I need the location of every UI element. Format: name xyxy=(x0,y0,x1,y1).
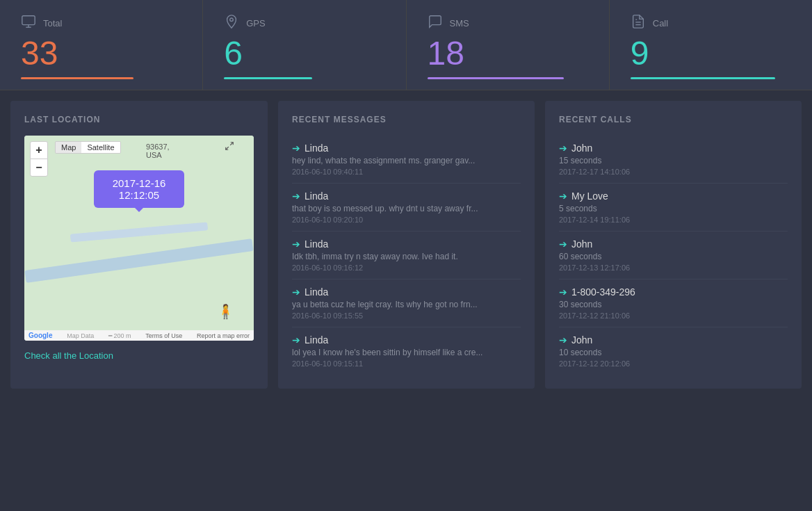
msg-timestamp: 2016-06-10 09:15:11 xyxy=(292,359,521,368)
stat-sms: SMS 18 xyxy=(407,0,610,90)
call-item[interactable]: ➔ 1-800-349-296 30 seconds 2017-12-12 21… xyxy=(559,279,788,327)
msg-sender: ➔ Linda xyxy=(292,334,521,346)
message-item[interactable]: ➔ Linda lol yea I know he's been sittin … xyxy=(292,327,521,375)
zoom-in-button[interactable]: + xyxy=(30,141,48,159)
message-item[interactable]: ➔ Linda that boy is so messed up. why dn… xyxy=(292,184,521,232)
call-direction-arrow: ➔ xyxy=(559,238,567,250)
call-name: ➔ John xyxy=(559,238,788,250)
call-contact-name: John xyxy=(571,334,592,346)
msg-timestamp: 2016-06-10 09:16:12 xyxy=(292,263,521,272)
map-report[interactable]: Report a map error xyxy=(197,332,250,339)
gps-bar xyxy=(224,77,312,79)
msg-text: hey lind, whats the assignment ms. grang… xyxy=(292,156,487,165)
zoom-out-button[interactable]: − xyxy=(30,159,48,177)
call-name: ➔ John xyxy=(559,143,788,154)
gps-icon xyxy=(224,14,239,33)
msg-sender: ➔ Linda xyxy=(292,238,521,250)
svg-line-7 xyxy=(226,147,229,149)
msg-direction-arrow: ➔ xyxy=(292,190,300,202)
call-contact-name: John xyxy=(571,238,592,250)
map-expand-icon[interactable] xyxy=(225,141,234,153)
msg-sender-name: Linda xyxy=(304,238,328,250)
message-item[interactable]: ➔ Linda hey lind, whats the assignment m… xyxy=(292,136,521,184)
call-timestamp: 2017-12-14 19:11:06 xyxy=(559,216,788,224)
call-name: ➔ John xyxy=(559,334,788,346)
map-footer: Google Map Data ━ 200 m Terms of Use Rep… xyxy=(24,330,254,341)
stat-call: Call 9 xyxy=(610,0,812,90)
stat-total: Total 33 xyxy=(0,0,203,90)
call-name: ➔ 1-800-349-296 xyxy=(559,286,788,298)
svg-point-3 xyxy=(230,18,234,22)
call-name: ➔ My Love xyxy=(559,190,788,202)
msg-direction-arrow: ➔ xyxy=(292,238,300,250)
msg-sender: ➔ Linda xyxy=(292,286,521,298)
map-scale: ━ 200 m xyxy=(108,332,131,339)
msg-timestamp: 2016-06-10 09:20:10 xyxy=(292,216,521,224)
map-time: 12:12:05 xyxy=(106,189,172,201)
call-value: 9 xyxy=(631,37,791,70)
msg-timestamp: 2016-06-10 09:15:55 xyxy=(292,311,521,320)
stats-bar: Total 33 GPS 6 SMS 18 Call xyxy=(0,0,812,90)
msg-text: that boy is so messed up. why dnt u stay… xyxy=(292,204,487,213)
gps-label: GPS xyxy=(246,18,265,29)
call-item[interactable]: ➔ John 10 seconds 2017-12-12 20:12:06 xyxy=(559,327,788,375)
call-duration: 15 seconds xyxy=(559,156,788,165)
map-type-map-button[interactable]: Map xyxy=(56,142,81,153)
call-timestamp: 2017-12-12 20:12:06 xyxy=(559,359,788,368)
call-direction-arrow: ➔ xyxy=(559,143,567,154)
msg-sender-name: Linda xyxy=(304,334,328,346)
call-timestamp: 2017-12-13 12:17:06 xyxy=(559,263,788,272)
map-popup: 2017-12-16 12:12:05 xyxy=(94,170,184,208)
call-contact-name: My Love xyxy=(571,190,608,202)
sms-value: 18 xyxy=(428,37,588,70)
call-item[interactable]: ➔ My Love 5 seconds 2017-12-14 19:11:06 xyxy=(559,184,788,232)
call-item[interactable]: ➔ John 15 seconds 2017-12-17 14:10:06 xyxy=(559,136,788,184)
msg-direction-arrow: ➔ xyxy=(292,334,300,346)
msg-text: lol yea I know he's been sittin by himse… xyxy=(292,348,487,357)
map-road-2 xyxy=(70,222,208,242)
msg-sender: ➔ Linda xyxy=(292,143,521,154)
recent-messages-title: RECENT MESSAGES xyxy=(292,115,521,124)
call-direction-arrow: ➔ xyxy=(559,334,567,346)
map-data-label: Map Data xyxy=(67,332,94,339)
map-road-1 xyxy=(24,238,253,283)
svg-line-6 xyxy=(230,143,233,145)
call-doc-icon xyxy=(631,14,646,33)
map-type-satellite-button[interactable]: Satellite xyxy=(81,142,120,153)
svg-rect-0 xyxy=(22,16,35,25)
msg-text: ya u betta cuz he legit cray. Its why he… xyxy=(292,300,487,309)
msg-sender: ➔ Linda xyxy=(292,190,521,202)
map-type-toggle[interactable]: Map Satellite xyxy=(55,141,121,154)
calls-list: ➔ John 15 seconds 2017-12-17 14:10:06 ➔ … xyxy=(559,136,788,375)
messages-list: ➔ Linda hey lind, whats the assignment m… xyxy=(292,136,521,375)
message-item[interactable]: ➔ Linda Idk tbh, imma try n stay away no… xyxy=(292,232,521,279)
monitor-icon xyxy=(21,14,36,33)
check-location-link[interactable]: Check all the Location xyxy=(24,350,254,361)
recent-calls-title: RECENT CALLS xyxy=(559,115,788,124)
total-bar xyxy=(21,77,133,79)
main-content: LAST LOCATION + − Map Satellite xyxy=(0,90,812,399)
call-item[interactable]: ➔ John 60 seconds 2017-12-13 12:17:06 xyxy=(559,232,788,279)
call-duration: 5 seconds xyxy=(559,204,788,213)
msg-sender-name: Linda xyxy=(304,143,328,154)
call-timestamp: 2017-12-17 14:10:06 xyxy=(559,168,788,176)
person-pin-icon: 🧍 xyxy=(217,303,234,320)
map-date: 2017-12-16 xyxy=(106,177,172,189)
call-timestamp: 2017-12-12 21:10:06 xyxy=(559,311,788,320)
gps-value: 6 xyxy=(224,37,384,70)
call-duration: 30 seconds xyxy=(559,300,788,309)
call-duration: 10 seconds xyxy=(559,348,788,357)
total-label: Total xyxy=(43,18,62,29)
map-zoom-controls[interactable]: + − xyxy=(30,141,48,177)
recent-calls-panel: RECENT CALLS ➔ John 15 seconds 2017-12-1… xyxy=(545,101,802,389)
map-container: + − Map Satellite 93637, USA 2017-1 xyxy=(24,136,254,341)
call-direction-arrow: ➔ xyxy=(559,286,567,298)
call-direction-arrow: ➔ xyxy=(559,190,567,202)
map-terms[interactable]: Terms of Use xyxy=(145,332,182,339)
msg-direction-arrow: ➔ xyxy=(292,286,300,298)
sms-bar xyxy=(428,77,565,79)
msg-sender-name: Linda xyxy=(304,286,328,298)
msg-direction-arrow: ➔ xyxy=(292,143,300,154)
message-item[interactable]: ➔ Linda ya u betta cuz he legit cray. It… xyxy=(292,279,521,327)
call-contact-name: 1-800-349-296 xyxy=(571,286,635,298)
